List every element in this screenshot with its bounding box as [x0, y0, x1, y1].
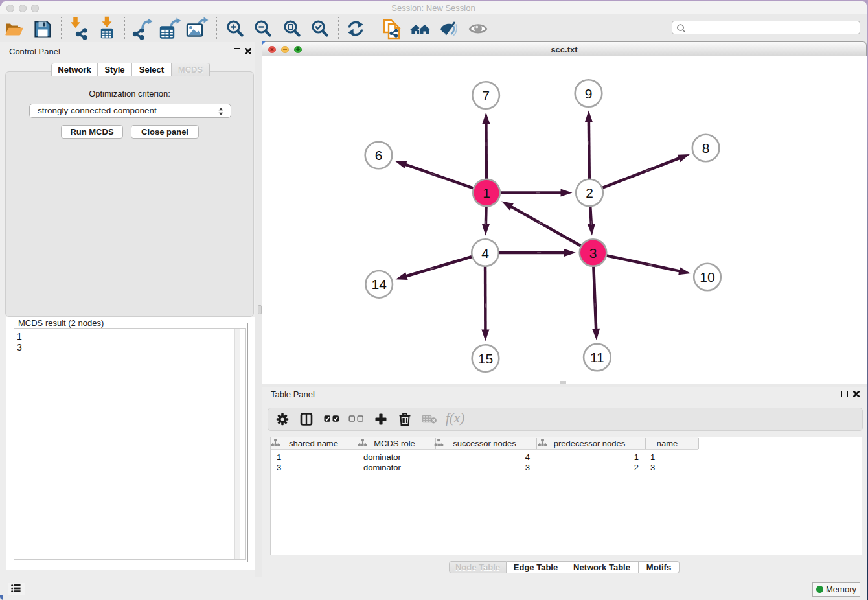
svg-text:7: 7 — [482, 88, 490, 103]
svg-text:6: 6 — [375, 148, 383, 163]
svg-text:10: 10 — [700, 270, 714, 284]
svg-text:15: 15 — [478, 351, 493, 366]
svg-text:9: 9 — [585, 86, 593, 101]
svg-text:8: 8 — [702, 141, 710, 156]
svg-text:1: 1 — [483, 185, 490, 200]
svg-text:4: 4 — [481, 246, 489, 260]
svg-text:2: 2 — [586, 185, 593, 200]
svg-text:11: 11 — [590, 350, 604, 365]
svg-text:14: 14 — [372, 277, 387, 292]
svg-text:3: 3 — [589, 246, 597, 260]
